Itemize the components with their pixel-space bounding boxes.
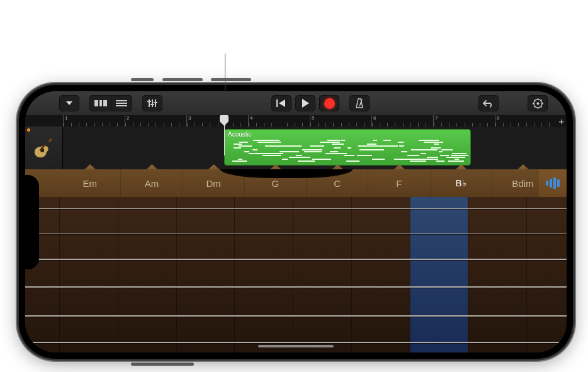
fret-column-held (410, 197, 468, 352)
record-enable-led (27, 128, 30, 132)
play-button[interactable] (295, 95, 315, 111)
svg-line-22 (534, 106, 535, 107)
annotation-callout-line (225, 54, 225, 91)
fret-divider (468, 197, 468, 352)
chord-Bb[interactable]: B♭ (431, 169, 492, 197)
autoplay-toggle[interactable] (539, 169, 567, 197)
svg-rect-3 (116, 100, 127, 101)
ruler-bar-8: 8 (495, 115, 557, 127)
svg-rect-8 (152, 99, 153, 107)
fret-divider (526, 197, 527, 352)
svg-rect-6 (149, 99, 150, 107)
control-bar (25, 91, 567, 115)
region-midi-preview (229, 140, 466, 162)
add-section-button[interactable]: + (558, 116, 564, 127)
guitar-string-4[interactable] (25, 286, 567, 288)
svg-rect-12 (276, 99, 278, 107)
go-to-beginning-button[interactable] (271, 95, 291, 111)
phone-silent-switch (131, 78, 154, 81)
svg-line-23 (540, 99, 541, 101)
phone-volume-up (162, 78, 203, 81)
editor-view-button[interactable] (111, 95, 132, 111)
svg-rect-7 (147, 101, 151, 102)
tracks-view-button[interactable] (89, 95, 111, 111)
phone-notch (25, 175, 39, 269)
svg-line-20 (534, 99, 535, 101)
svg-rect-9 (150, 104, 154, 105)
chord-Am[interactable]: Am (121, 169, 183, 197)
phone-frame: 12345678 + Acoustic (19, 85, 573, 359)
svg-rect-1 (99, 100, 102, 106)
svg-rect-5 (116, 105, 127, 106)
ruler-bar-7: 7 (433, 115, 495, 127)
svg-line-21 (540, 106, 541, 107)
fret-divider (410, 197, 410, 352)
record-button[interactable] (319, 95, 339, 111)
ruler-bar-6: 6 (371, 115, 433, 127)
chord-Em[interactable]: Em (59, 169, 121, 197)
svg-rect-4 (116, 103, 127, 104)
guitar-string-5[interactable] (25, 315, 567, 317)
guitar-string-3[interactable] (25, 259, 567, 260)
phone-volume-down (211, 78, 251, 81)
tracks-area: Acoustic (25, 127, 567, 169)
record-icon (324, 98, 335, 109)
midi-region-acoustic[interactable]: Acoustic (224, 129, 471, 166)
svg-point-15 (536, 102, 539, 104)
acoustic-guitar-icon (32, 136, 56, 160)
home-indicator[interactable] (258, 345, 334, 347)
metronome-button[interactable] (349, 95, 370, 111)
track-header-acoustic-guitar[interactable] (25, 127, 63, 169)
svg-rect-2 (103, 100, 107, 106)
ruler-bar-2: 2 (125, 115, 186, 127)
fret-divider (176, 197, 177, 352)
guitar-string-1[interactable] (25, 208, 567, 209)
fret-divider (118, 197, 118, 352)
ruler-bar-5: 5 (310, 115, 371, 127)
app-screen: 12345678 + Acoustic (25, 91, 567, 352)
fret-divider (293, 197, 293, 352)
song-settings-button[interactable] (528, 95, 548, 111)
ruler-bar-1: 1 (63, 115, 125, 127)
undo-button[interactable] (478, 95, 499, 111)
timeline-ruler[interactable]: 12345678 + (25, 115, 567, 127)
svg-rect-11 (154, 102, 157, 103)
region-label: Acoustic (225, 130, 470, 139)
fret-divider (234, 197, 235, 352)
phone-side-button (131, 363, 194, 366)
guitar-string-2[interactable] (25, 234, 567, 234)
track-controls-button[interactable] (142, 95, 162, 111)
playhead[interactable] (224, 115, 233, 126)
fret-divider (59, 197, 60, 352)
guitar-fretboard[interactable] (25, 197, 567, 352)
fret-divider (351, 197, 352, 352)
ruler-bar-3: 3 (186, 115, 248, 127)
chord-F[interactable]: F (368, 169, 430, 197)
ruler-bar-4: 4 (248, 115, 310, 127)
view-switch (89, 95, 132, 111)
guitar-string-6[interactable] (25, 342, 567, 343)
svg-rect-28 (48, 138, 52, 143)
svg-rect-0 (94, 100, 98, 106)
browser-button[interactable] (59, 95, 79, 111)
